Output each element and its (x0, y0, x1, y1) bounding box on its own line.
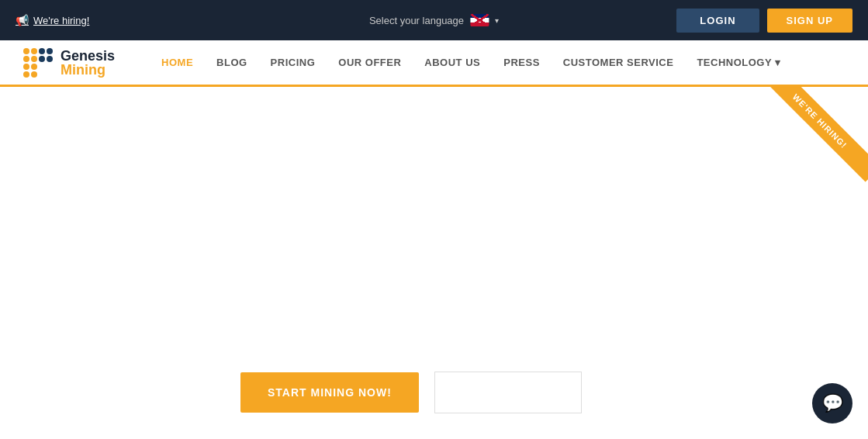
nav-pricing[interactable]: PRICING (271, 57, 316, 68)
nav-technology[interactable]: TECHNOLOGY ▾ (697, 57, 780, 68)
lang-label: Select your language (369, 15, 464, 26)
hero-content: START MINING NOW! (0, 372, 582, 421)
chat-icon: 💬 (822, 393, 843, 413)
logo-grid-icon (23, 48, 53, 78)
top-bar: 📢 We're hiring! Select your language ▾ L… (0, 0, 868, 40)
login-button[interactable]: LOGIN (676, 9, 759, 33)
auth-buttons: LOGIN SIGN UP (676, 9, 852, 33)
nav-customer-service[interactable]: CUSTOMER SERVICE (563, 57, 674, 68)
hiring-ribbon-text: WE'RE HIRING! (759, 87, 868, 181)
flag-uk-icon (470, 14, 489, 26)
hiring-notice[interactable]: 📢 We're hiring! (16, 14, 89, 26)
logo[interactable]: Genesis Mining (23, 48, 115, 78)
nav-blog[interactable]: BLOG (216, 57, 247, 68)
nav-about-us[interactable]: ABOUT US (424, 57, 480, 68)
nav-our-offer[interactable]: OUR OFFER (338, 57, 401, 68)
start-mining-button[interactable]: START MINING NOW! (240, 372, 419, 413)
hiring-text: We're hiring! (33, 15, 89, 26)
hero-section: WE'RE HIRING! START MINING NOW! (0, 87, 868, 437)
megaphone-icon: 📢 (16, 14, 29, 26)
language-section: Select your language ▾ (369, 14, 499, 26)
chat-button[interactable]: 💬 (812, 383, 852, 423)
logo-text: Genesis Mining (61, 49, 115, 77)
nav-technology-label: TECHNOLOGY (697, 57, 772, 68)
logo-mining: Mining (61, 63, 115, 77)
hiring-ribbon: WE'RE HIRING! (752, 87, 868, 203)
nav-home[interactable]: HOME (161, 57, 193, 68)
technology-dropdown-icon: ▾ (775, 57, 781, 68)
nav-bar: Genesis Mining HOME BLOG PRICING OUR OFF… (0, 40, 868, 87)
email-input[interactable] (434, 372, 582, 413)
logo-genesis: Genesis (61, 49, 115, 63)
signup-button[interactable]: SIGN UP (767, 9, 852, 33)
main-nav: HOME BLOG PRICING OUR OFFER ABOUT US PRE… (161, 57, 781, 68)
nav-press[interactable]: PRESS (503, 57, 540, 68)
lang-dropdown-arrow[interactable]: ▾ (495, 16, 499, 25)
